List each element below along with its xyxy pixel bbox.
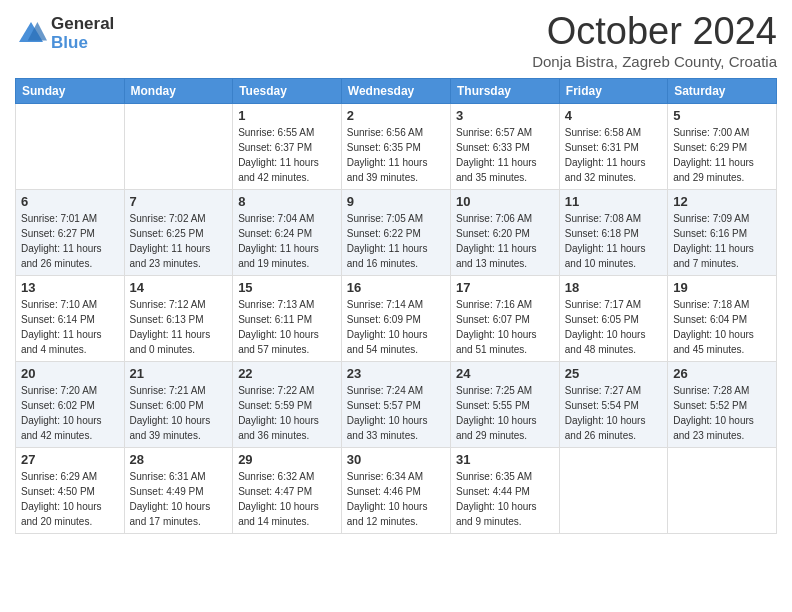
location: Donja Bistra, Zagreb County, Croatia xyxy=(532,53,777,70)
calendar-week-row: 6Sunrise: 7:01 AMSunset: 6:27 PMDaylight… xyxy=(16,190,777,276)
day-info: Sunrise: 6:55 AMSunset: 6:37 PMDaylight:… xyxy=(238,125,336,185)
day-info: Sunrise: 6:32 AMSunset: 4:47 PMDaylight:… xyxy=(238,469,336,529)
day-info: Sunrise: 7:01 AMSunset: 6:27 PMDaylight:… xyxy=(21,211,119,271)
calendar-cell: 29Sunrise: 6:32 AMSunset: 4:47 PMDayligh… xyxy=(233,448,342,534)
day-number: 14 xyxy=(130,280,228,295)
logo-text: General Blue xyxy=(51,15,114,52)
calendar-cell: 12Sunrise: 7:09 AMSunset: 6:16 PMDayligh… xyxy=(668,190,777,276)
calendar-cell: 4Sunrise: 6:58 AMSunset: 6:31 PMDaylight… xyxy=(559,104,667,190)
day-number: 30 xyxy=(347,452,445,467)
calendar-cell: 14Sunrise: 7:12 AMSunset: 6:13 PMDayligh… xyxy=(124,276,233,362)
logo: General Blue xyxy=(15,15,114,52)
day-number: 5 xyxy=(673,108,771,123)
calendar-cell: 20Sunrise: 7:20 AMSunset: 6:02 PMDayligh… xyxy=(16,362,125,448)
calendar-cell: 10Sunrise: 7:06 AMSunset: 6:20 PMDayligh… xyxy=(450,190,559,276)
day-info: Sunrise: 7:04 AMSunset: 6:24 PMDaylight:… xyxy=(238,211,336,271)
day-number: 22 xyxy=(238,366,336,381)
calendar-cell: 25Sunrise: 7:27 AMSunset: 5:54 PMDayligh… xyxy=(559,362,667,448)
day-info: Sunrise: 7:25 AMSunset: 5:55 PMDaylight:… xyxy=(456,383,554,443)
day-number: 17 xyxy=(456,280,554,295)
calendar-cell: 5Sunrise: 7:00 AMSunset: 6:29 PMDaylight… xyxy=(668,104,777,190)
calendar-cell: 15Sunrise: 7:13 AMSunset: 6:11 PMDayligh… xyxy=(233,276,342,362)
calendar-cell: 21Sunrise: 7:21 AMSunset: 6:00 PMDayligh… xyxy=(124,362,233,448)
day-info: Sunrise: 7:22 AMSunset: 5:59 PMDaylight:… xyxy=(238,383,336,443)
day-info: Sunrise: 7:00 AMSunset: 6:29 PMDaylight:… xyxy=(673,125,771,185)
day-info: Sunrise: 7:05 AMSunset: 6:22 PMDaylight:… xyxy=(347,211,445,271)
calendar-cell: 16Sunrise: 7:14 AMSunset: 6:09 PMDayligh… xyxy=(341,276,450,362)
day-info: Sunrise: 6:29 AMSunset: 4:50 PMDaylight:… xyxy=(21,469,119,529)
day-info: Sunrise: 7:08 AMSunset: 6:18 PMDaylight:… xyxy=(565,211,662,271)
day-info: Sunrise: 7:13 AMSunset: 6:11 PMDaylight:… xyxy=(238,297,336,357)
calendar-cell: 18Sunrise: 7:17 AMSunset: 6:05 PMDayligh… xyxy=(559,276,667,362)
weekday-header: Monday xyxy=(124,79,233,104)
day-number: 23 xyxy=(347,366,445,381)
day-info: Sunrise: 7:10 AMSunset: 6:14 PMDaylight:… xyxy=(21,297,119,357)
calendar-cell: 2Sunrise: 6:56 AMSunset: 6:35 PMDaylight… xyxy=(341,104,450,190)
calendar-cell: 13Sunrise: 7:10 AMSunset: 6:14 PMDayligh… xyxy=(16,276,125,362)
calendar-cell: 19Sunrise: 7:18 AMSunset: 6:04 PMDayligh… xyxy=(668,276,777,362)
day-info: Sunrise: 7:21 AMSunset: 6:00 PMDaylight:… xyxy=(130,383,228,443)
weekday-header: Sunday xyxy=(16,79,125,104)
day-info: Sunrise: 7:24 AMSunset: 5:57 PMDaylight:… xyxy=(347,383,445,443)
day-number: 29 xyxy=(238,452,336,467)
day-number: 13 xyxy=(21,280,119,295)
day-info: Sunrise: 6:35 AMSunset: 4:44 PMDaylight:… xyxy=(456,469,554,529)
day-number: 15 xyxy=(238,280,336,295)
day-info: Sunrise: 7:27 AMSunset: 5:54 PMDaylight:… xyxy=(565,383,662,443)
header: General Blue October 2024 Donja Bistra, … xyxy=(15,10,777,70)
calendar-cell: 1Sunrise: 6:55 AMSunset: 6:37 PMDaylight… xyxy=(233,104,342,190)
logo-icon xyxy=(15,18,47,50)
calendar-cell: 8Sunrise: 7:04 AMSunset: 6:24 PMDaylight… xyxy=(233,190,342,276)
calendar-cell xyxy=(559,448,667,534)
day-number: 10 xyxy=(456,194,554,209)
weekday-header-row: SundayMondayTuesdayWednesdayThursdayFrid… xyxy=(16,79,777,104)
weekday-header: Tuesday xyxy=(233,79,342,104)
day-number: 1 xyxy=(238,108,336,123)
day-info: Sunrise: 6:58 AMSunset: 6:31 PMDaylight:… xyxy=(565,125,662,185)
day-info: Sunrise: 7:16 AMSunset: 6:07 PMDaylight:… xyxy=(456,297,554,357)
day-info: Sunrise: 7:14 AMSunset: 6:09 PMDaylight:… xyxy=(347,297,445,357)
day-info: Sunrise: 6:31 AMSunset: 4:49 PMDaylight:… xyxy=(130,469,228,529)
day-number: 24 xyxy=(456,366,554,381)
calendar-week-row: 20Sunrise: 7:20 AMSunset: 6:02 PMDayligh… xyxy=(16,362,777,448)
day-number: 12 xyxy=(673,194,771,209)
day-info: Sunrise: 7:28 AMSunset: 5:52 PMDaylight:… xyxy=(673,383,771,443)
calendar-cell: 24Sunrise: 7:25 AMSunset: 5:55 PMDayligh… xyxy=(450,362,559,448)
weekday-header: Saturday xyxy=(668,79,777,104)
day-info: Sunrise: 7:18 AMSunset: 6:04 PMDaylight:… xyxy=(673,297,771,357)
calendar-cell: 26Sunrise: 7:28 AMSunset: 5:52 PMDayligh… xyxy=(668,362,777,448)
weekday-header: Wednesday xyxy=(341,79,450,104)
calendar-cell: 31Sunrise: 6:35 AMSunset: 4:44 PMDayligh… xyxy=(450,448,559,534)
day-info: Sunrise: 6:57 AMSunset: 6:33 PMDaylight:… xyxy=(456,125,554,185)
calendar-cell: 28Sunrise: 6:31 AMSunset: 4:49 PMDayligh… xyxy=(124,448,233,534)
calendar-cell: 27Sunrise: 6:29 AMSunset: 4:50 PMDayligh… xyxy=(16,448,125,534)
day-info: Sunrise: 6:34 AMSunset: 4:46 PMDaylight:… xyxy=(347,469,445,529)
weekday-header: Friday xyxy=(559,79,667,104)
weekday-header: Thursday xyxy=(450,79,559,104)
calendar-cell: 22Sunrise: 7:22 AMSunset: 5:59 PMDayligh… xyxy=(233,362,342,448)
logo-blue: Blue xyxy=(51,34,114,53)
day-number: 11 xyxy=(565,194,662,209)
day-number: 28 xyxy=(130,452,228,467)
calendar-cell: 30Sunrise: 6:34 AMSunset: 4:46 PMDayligh… xyxy=(341,448,450,534)
day-number: 9 xyxy=(347,194,445,209)
calendar-week-row: 1Sunrise: 6:55 AMSunset: 6:37 PMDaylight… xyxy=(16,104,777,190)
day-number: 31 xyxy=(456,452,554,467)
calendar-cell: 7Sunrise: 7:02 AMSunset: 6:25 PMDaylight… xyxy=(124,190,233,276)
calendar-cell: 17Sunrise: 7:16 AMSunset: 6:07 PMDayligh… xyxy=(450,276,559,362)
day-number: 6 xyxy=(21,194,119,209)
day-info: Sunrise: 7:20 AMSunset: 6:02 PMDaylight:… xyxy=(21,383,119,443)
calendar-cell: 3Sunrise: 6:57 AMSunset: 6:33 PMDaylight… xyxy=(450,104,559,190)
day-info: Sunrise: 7:17 AMSunset: 6:05 PMDaylight:… xyxy=(565,297,662,357)
day-number: 16 xyxy=(347,280,445,295)
day-number: 2 xyxy=(347,108,445,123)
day-number: 21 xyxy=(130,366,228,381)
logo-general: General xyxy=(51,15,114,34)
day-number: 20 xyxy=(21,366,119,381)
day-info: Sunrise: 7:06 AMSunset: 6:20 PMDaylight:… xyxy=(456,211,554,271)
day-number: 26 xyxy=(673,366,771,381)
title-block: October 2024 Donja Bistra, Zagreb County… xyxy=(532,10,777,70)
calendar-cell xyxy=(16,104,125,190)
calendar-cell: 6Sunrise: 7:01 AMSunset: 6:27 PMDaylight… xyxy=(16,190,125,276)
day-info: Sunrise: 7:02 AMSunset: 6:25 PMDaylight:… xyxy=(130,211,228,271)
